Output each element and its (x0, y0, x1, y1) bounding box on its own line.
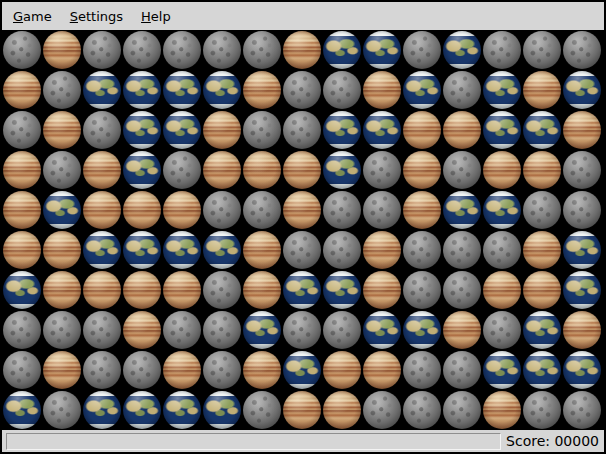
ball-moon[interactable] (403, 31, 441, 69)
ball-moon[interactable] (43, 391, 81, 429)
ball-earth[interactable] (43, 191, 81, 229)
ball-jupiter[interactable] (123, 271, 161, 309)
ball-earth[interactable] (563, 271, 601, 309)
ball-moon[interactable] (3, 351, 41, 389)
ball-jupiter[interactable] (323, 351, 361, 389)
ball-moon[interactable] (203, 311, 241, 349)
ball-moon[interactable] (443, 71, 481, 109)
ball-moon[interactable] (403, 231, 441, 269)
ball-moon[interactable] (523, 191, 561, 229)
ball-earth[interactable] (163, 71, 201, 109)
ball-jupiter[interactable] (3, 71, 41, 109)
ball-jupiter[interactable] (243, 351, 281, 389)
ball-moon[interactable] (363, 391, 401, 429)
ball-moon[interactable] (523, 391, 561, 429)
ball-jupiter[interactable] (203, 151, 241, 189)
ball-moon[interactable] (363, 191, 401, 229)
ball-earth[interactable] (163, 111, 201, 149)
ball-moon[interactable] (43, 311, 81, 349)
ball-earth[interactable] (443, 31, 481, 69)
ball-earth[interactable] (483, 71, 521, 109)
ball-earth[interactable] (3, 391, 41, 429)
ball-jupiter[interactable] (43, 111, 81, 149)
ball-earth[interactable] (163, 391, 201, 429)
ball-moon[interactable] (523, 31, 561, 69)
ball-jupiter[interactable] (243, 71, 281, 109)
ball-jupiter[interactable] (403, 111, 441, 149)
ball-earth[interactable] (483, 351, 521, 389)
ball-moon[interactable] (323, 71, 361, 109)
ball-moon[interactable] (163, 151, 201, 189)
ball-earth[interactable] (123, 151, 161, 189)
ball-moon[interactable] (563, 391, 601, 429)
ball-earth[interactable] (83, 391, 121, 429)
ball-moon[interactable] (243, 391, 281, 429)
ball-moon[interactable] (83, 31, 121, 69)
ball-jupiter[interactable] (283, 191, 321, 229)
ball-jupiter[interactable] (443, 311, 481, 349)
ball-earth[interactable] (123, 391, 161, 429)
ball-jupiter[interactable] (3, 231, 41, 269)
ball-earth[interactable] (323, 271, 361, 309)
ball-moon[interactable] (563, 191, 601, 229)
ball-earth[interactable] (483, 191, 521, 229)
ball-moon[interactable] (283, 311, 321, 349)
ball-jupiter[interactable] (403, 191, 441, 229)
ball-jupiter[interactable] (243, 231, 281, 269)
ball-moon[interactable] (483, 231, 521, 269)
ball-jupiter[interactable] (523, 271, 561, 309)
ball-jupiter[interactable] (563, 311, 601, 349)
ball-jupiter[interactable] (363, 351, 401, 389)
ball-earth[interactable] (123, 231, 161, 269)
ball-jupiter[interactable] (443, 111, 481, 149)
ball-earth[interactable] (83, 71, 121, 109)
ball-jupiter[interactable] (123, 311, 161, 349)
ball-jupiter[interactable] (363, 71, 401, 109)
ball-jupiter[interactable] (523, 231, 561, 269)
ball-moon[interactable] (403, 391, 441, 429)
ball-jupiter[interactable] (323, 391, 361, 429)
ball-jupiter[interactable] (163, 271, 201, 309)
ball-moon[interactable] (403, 351, 441, 389)
ball-earth[interactable] (523, 111, 561, 149)
ball-jupiter[interactable] (243, 151, 281, 189)
ball-jupiter[interactable] (43, 231, 81, 269)
ball-moon[interactable] (3, 311, 41, 349)
ball-jupiter[interactable] (83, 151, 121, 189)
ball-moon[interactable] (243, 31, 281, 69)
ball-earth[interactable] (203, 231, 241, 269)
ball-jupiter[interactable] (83, 271, 121, 309)
ball-jupiter[interactable] (483, 151, 521, 189)
ball-earth[interactable] (483, 111, 521, 149)
ball-moon[interactable] (443, 351, 481, 389)
ball-jupiter[interactable] (43, 351, 81, 389)
ball-moon[interactable] (443, 151, 481, 189)
ball-jupiter[interactable] (123, 191, 161, 229)
ball-moon[interactable] (243, 111, 281, 149)
ball-moon[interactable] (483, 31, 521, 69)
menu-item-game[interactable]: Game (4, 4, 61, 29)
ball-moon[interactable] (323, 231, 361, 269)
ball-moon[interactable] (283, 71, 321, 109)
ball-jupiter[interactable] (283, 31, 321, 69)
ball-moon[interactable] (203, 271, 241, 309)
ball-moon[interactable] (283, 111, 321, 149)
ball-jupiter[interactable] (43, 31, 81, 69)
ball-earth[interactable] (283, 351, 321, 389)
ball-earth[interactable] (323, 111, 361, 149)
ball-jupiter[interactable] (283, 391, 321, 429)
ball-jupiter[interactable] (483, 391, 521, 429)
ball-jupiter[interactable] (483, 271, 521, 309)
ball-jupiter[interactable] (3, 151, 41, 189)
menu-item-settings[interactable]: Settings (61, 4, 132, 29)
ball-moon[interactable] (123, 351, 161, 389)
ball-jupiter[interactable] (163, 351, 201, 389)
ball-jupiter[interactable] (363, 271, 401, 309)
ball-earth[interactable] (563, 351, 601, 389)
ball-moon[interactable] (483, 311, 521, 349)
ball-moon[interactable] (203, 31, 241, 69)
ball-moon[interactable] (163, 311, 201, 349)
ball-jupiter[interactable] (403, 151, 441, 189)
ball-jupiter[interactable] (83, 191, 121, 229)
ball-earth[interactable] (83, 231, 121, 269)
